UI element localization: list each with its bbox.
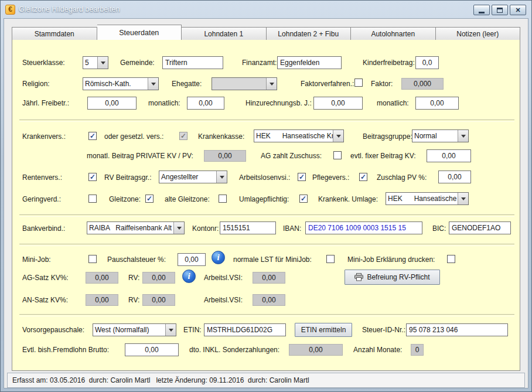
tab-autolohnarten[interactable]: Autolohnarten — [351, 27, 436, 40]
chevron-down-icon[interactable] — [216, 171, 227, 183]
faktorverfahren-label: Faktorverfahren.: — [301, 80, 354, 88]
rentenvers-label: Rentenvers.: — [22, 173, 62, 182]
steuerklasse-select[interactable]: 5 — [83, 56, 108, 69]
krankenkasse-select[interactable]: HEK Hanseatische Kra — [254, 129, 344, 142]
vorsorgepauschale-label: Vorsorgepauschale: — [22, 326, 84, 334]
fremdlohn-label: Evtl. bish.Fremdlohn Brutto: — [22, 346, 109, 354]
krankenvers-label: Krankenvers.: — [22, 132, 66, 141]
info-icon[interactable]: i — [212, 251, 225, 264]
kinderfreibetrag-label: Kinderfreibetrag: — [363, 59, 415, 67]
maximize-button[interactable] — [492, 5, 508, 15]
anzahl-monate-label: Anzahl Monate: — [353, 346, 402, 354]
hinzurechnungsb-label: Hinzurechnungsb. J.: — [245, 99, 312, 107]
tab-steuerdaten[interactable]: Steuerdaten — [97, 25, 182, 40]
chevron-down-icon[interactable] — [333, 130, 343, 142]
normale-lst-checkbox[interactable] — [326, 255, 335, 263]
separator-1 — [19, 120, 514, 122]
close-button[interactable]: ✕ — [510, 5, 526, 15]
anzahl-monate-field: 0 — [411, 344, 424, 356]
chevron-down-icon[interactable] — [165, 324, 176, 336]
tab-lohndaten-1[interactable]: Lohndaten 1 — [182, 27, 267, 40]
bic-input[interactable]: GENODEF1AO — [449, 221, 511, 234]
printer-icon — [354, 273, 363, 281]
dto-inkl-field: 0,00 — [289, 344, 343, 356]
form-panel: Steuerklasse: 5 Gemeinde: Triftern Finan… — [12, 39, 520, 371]
pflegevers-label: Pflegevers.: — [312, 173, 349, 182]
an-rv-label: RV: — [128, 296, 139, 304]
oder-gesetzl-checkbox: ✓ — [179, 132, 187, 140]
app-icon: € — [5, 5, 15, 15]
monatlich1-input[interactable]: 0,00 — [187, 97, 224, 110]
kontonr-input[interactable]: 1515151 — [220, 221, 276, 234]
fixer-beitrag-input[interactable]: 0,00 — [427, 149, 471, 162]
bankverbind-select[interactable]: RAIBA Raiffeisenbank Alt — [87, 221, 185, 234]
monatl-beitrag-label: monatl. Beitrag PRIVATE KV / PV: — [87, 152, 193, 160]
etin-ermitteln-button[interactable]: ETIN ermitteln — [295, 323, 352, 337]
jaehrl-freibetr-label: Jährl. Freibetr.: — [22, 99, 69, 107]
pauschalsteuer-input[interactable]: 0,00 — [178, 253, 206, 266]
chevron-down-icon[interactable] — [458, 130, 468, 142]
pflegevers-checkbox[interactable]: ✓ — [359, 173, 367, 181]
tab-stammdaten[interactable]: Stammdaten — [12, 27, 97, 40]
faktor-field: 0,000 — [401, 78, 444, 90]
zuschlag-pv-input[interactable]: 0,00 — [438, 171, 471, 183]
rentenvers-checkbox[interactable]: ✓ — [88, 173, 97, 181]
maximize-icon — [497, 8, 503, 13]
zuschlag-pv-label: Zuschlag PV %: — [377, 173, 427, 182]
krankenkasse-label: Krankenkasse: — [198, 132, 244, 141]
minijob-checkbox[interactable] — [88, 255, 97, 263]
steuer-id-label: Steuer-ID-Nr.: — [362, 326, 405, 334]
gleitzone-checkbox[interactable]: ✓ — [145, 195, 154, 203]
iban-input[interactable]: DE20 7106 1009 0003 1515 15 — [305, 221, 422, 234]
separator-4 — [19, 314, 514, 316]
ag-zuschuss-label: AG zahlt Zuschuss: — [261, 152, 322, 160]
chevron-down-icon[interactable] — [266, 78, 277, 90]
krankenk-umlage-select[interactable]: HEK Hanseatische — [386, 192, 469, 205]
monatlich1-label: monatlich: — [148, 99, 180, 107]
tab-lohndaten-2-fibu[interactable]: Lohndaten 2 + Fibu — [267, 27, 352, 40]
etin-button-label: ETIN ermitteln — [301, 326, 346, 334]
tab-notizen[interactable]: Notizen (leer) — [436, 27, 521, 40]
hinzurechnungsb-input[interactable]: 0,00 — [313, 97, 363, 110]
umlagepflichtig-checkbox[interactable]: ✓ — [299, 195, 308, 203]
ehegatte-label: Ehegatte: — [172, 80, 202, 88]
ag-zuschuss-checkbox[interactable] — [333, 151, 342, 159]
befreiung-rv-pflicht-button[interactable]: Befreiung RV-Pflicht — [345, 270, 440, 285]
religion-select[interactable]: Römisch-Kath. — [83, 77, 159, 90]
fremdlohn-input[interactable]: 0,00 — [125, 343, 179, 356]
arbeitslosenvsi-checkbox[interactable]: ✓ — [298, 173, 306, 181]
kontonr-label: Kontonr: — [192, 224, 219, 233]
alte-gleitzone-label: alte Gleitzone: — [165, 195, 210, 203]
rv-beitragsgr-select[interactable]: Angestellter — [159, 171, 227, 183]
ag-satz-label: AG-Satz KV%: — [22, 274, 69, 282]
statusbar: Erfasst am: 03.05.2016 durch: Carolin Ma… — [7, 373, 525, 388]
close-icon: ✕ — [515, 7, 520, 13]
chevron-down-icon[interactable] — [97, 57, 108, 69]
ehegatte-select[interactable] — [212, 77, 277, 90]
faktorverfahren-checkbox[interactable] — [354, 79, 363, 87]
chevron-down-icon[interactable] — [458, 193, 468, 204]
chevron-down-icon[interactable] — [148, 78, 158, 90]
geringverd-checkbox[interactable] — [88, 195, 97, 203]
minimize-button[interactable] — [473, 5, 490, 15]
krankenvers-checkbox[interactable]: ✓ — [88, 132, 97, 140]
alte-gleitzone-checkbox[interactable] — [219, 195, 227, 203]
beitragsgruppe-select[interactable]: Normal — [412, 129, 469, 142]
info-icon[interactable]: i — [182, 270, 196, 283]
window-body: Stammdaten Steuerdaten Lohndaten 1 Lohnd… — [4, 18, 528, 388]
chevron-down-icon[interactable] — [173, 222, 184, 234]
finanzamt-input[interactable]: Eggenfelden — [277, 56, 342, 69]
kinderfreibetrag-input[interactable]: 0,0 — [415, 56, 439, 69]
gemeinde-input[interactable]: Triftern — [162, 56, 223, 69]
jaehrl-freibetr-input[interactable]: 0,00 — [87, 97, 137, 110]
minijob-erklaerung-checkbox[interactable] — [447, 255, 455, 263]
monatlich2-input[interactable]: 0,00 — [415, 97, 459, 110]
ag-satz-kv-field: 0,00 — [86, 272, 118, 284]
etin-input[interactable]: MSTRHLDG61D02G — [204, 323, 286, 336]
steuer-id-input[interactable]: 95 078 213 046 — [406, 323, 508, 336]
titlebar[interactable]: € Gleitzone Hildegard bearbeiten ✕ — [1, 1, 531, 18]
window-title: Gleitzone Hildegard bearbeiten — [19, 5, 120, 13]
vorsorgepauschale-select[interactable]: West (Normalfall) — [93, 323, 176, 336]
steuerklasse-label: Steuerklasse: — [22, 59, 65, 67]
geringverd-label: Geringverd.: — [22, 195, 61, 203]
